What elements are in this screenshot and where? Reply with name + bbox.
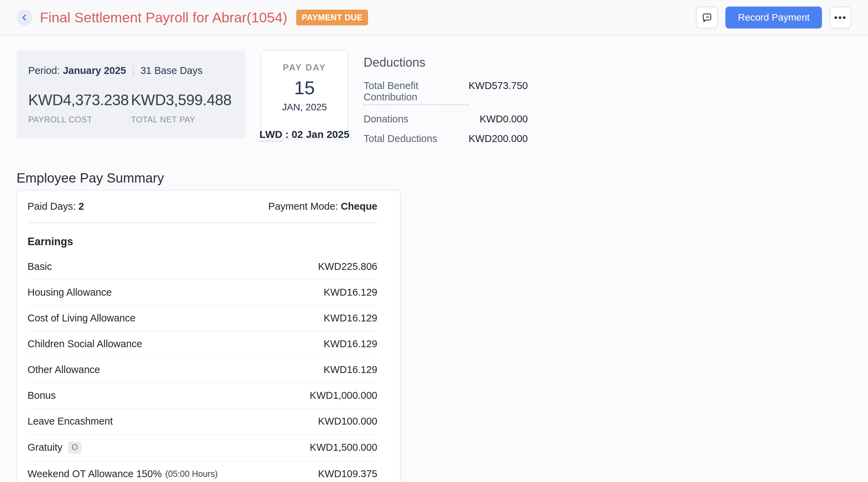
earning-row: Children Social Allowance KWD16.129 bbox=[27, 331, 377, 357]
comment-bubble-icon bbox=[701, 12, 712, 23]
period-label: Period: bbox=[28, 65, 60, 76]
payment-mode-value: Cheque bbox=[341, 201, 377, 212]
status-badge: PAYMENT DUE bbox=[296, 10, 368, 25]
earning-label-group: Housing Allowance bbox=[27, 287, 112, 298]
earning-value: KWD109.375 bbox=[318, 468, 378, 480]
earning-row: Housing Allowance KWD16.129 bbox=[27, 280, 377, 306]
divider bbox=[27, 222, 377, 223]
earning-row: Basic KWD225.806 bbox=[27, 254, 377, 280]
earning-value: KWD16.129 bbox=[324, 364, 377, 375]
stat-label: PAYROLL COST bbox=[28, 115, 131, 124]
stat-label: TOTAL NET PAY bbox=[131, 115, 234, 124]
earning-label: Leave Encashment bbox=[27, 416, 113, 427]
deductions-rows: Total Benefit Contribution KWD573.750 Do… bbox=[364, 80, 528, 144]
deduction-label[interactable]: Total Benefit Contribution bbox=[364, 80, 469, 105]
payday-label: PAY DAY bbox=[283, 62, 326, 73]
payment-mode-label: Payment Mode: bbox=[268, 201, 338, 212]
earning-value: KWD225.806 bbox=[318, 261, 378, 272]
earning-label-group: Children Social Allowance bbox=[27, 338, 142, 350]
earning-label: Gratuity bbox=[27, 442, 63, 453]
earning-label: Other Allowance bbox=[27, 364, 100, 375]
header-actions: Record Payment ••• bbox=[696, 7, 852, 29]
earning-value: KWD100.000 bbox=[318, 416, 378, 427]
payday-card: PAY DAY 15 JAN, 2025 LWD : 02 Jan 2025 bbox=[261, 50, 348, 139]
page-title: Final Settlement Payroll for Abrar(1054) bbox=[40, 10, 287, 26]
deduction-label: Donations bbox=[364, 113, 409, 125]
deduction-row: Total Deductions KWD200.000 bbox=[364, 133, 528, 144]
deduction-row: Donations KWD0.000 bbox=[364, 113, 528, 125]
paid-days: Paid Days:2 bbox=[27, 201, 84, 212]
one-time-badge: O bbox=[68, 441, 82, 454]
period-card: Period: January 2025 31 Base Days KWD4,3… bbox=[16, 51, 245, 139]
period-value: January 2025 bbox=[63, 65, 126, 76]
section-title: Employee Pay Summary bbox=[16, 171, 852, 186]
earnings-title: Earnings bbox=[27, 235, 377, 248]
deduction-value: KWD0.000 bbox=[480, 113, 528, 125]
payday-month-year: JAN, 2025 bbox=[282, 102, 327, 113]
paid-days-label: Paid Days: bbox=[27, 201, 76, 212]
stat-value: KWD3,599.488 bbox=[131, 91, 234, 109]
overview-section: Period: January 2025 31 Base Days KWD4,3… bbox=[0, 36, 868, 153]
earning-label: Cost of Living Allowance bbox=[27, 313, 135, 324]
vertical-divider bbox=[133, 65, 134, 76]
earning-label: Basic bbox=[27, 261, 52, 272]
payroll-stats: KWD4,373.238 PAYROLL COST KWD3,599.488 T… bbox=[28, 91, 234, 124]
earning-note: (05:00 Hours) bbox=[165, 469, 218, 479]
earning-label: Housing Allowance bbox=[27, 287, 112, 298]
earning-label: Children Social Allowance bbox=[27, 338, 142, 350]
earning-value: KWD16.129 bbox=[324, 313, 377, 324]
earning-row: Other Allowance KWD16.129 bbox=[27, 357, 377, 383]
earning-row: Gratuity O KWD1,500.000 bbox=[27, 435, 377, 461]
pay-summary-meta: Paid Days:2 Payment Mode:Cheque bbox=[27, 201, 377, 212]
earning-row: Weekend OT Allowance 150% (05:00 Hours) … bbox=[27, 461, 377, 482]
earning-label-group: Weekend OT Allowance 150% (05:00 Hours) bbox=[27, 468, 218, 480]
earnings-list: Basic KWD225.806 Housing Allowance KWD16… bbox=[27, 254, 377, 482]
comments-button[interactable] bbox=[696, 7, 718, 29]
lwd-label[interactable]: LWD bbox=[259, 129, 282, 142]
earning-label-group: Basic bbox=[27, 261, 52, 272]
earning-label-group: Cost of Living Allowance bbox=[27, 313, 135, 324]
earning-value: KWD1,500.000 bbox=[310, 442, 377, 453]
deduction-value: KWD573.750 bbox=[469, 80, 528, 91]
earning-label: Weekend OT Allowance 150% bbox=[27, 468, 162, 480]
earning-value: KWD16.129 bbox=[324, 287, 377, 298]
earning-row: Cost of Living Allowance KWD16.129 bbox=[27, 306, 377, 331]
back-button[interactable] bbox=[16, 10, 32, 25]
deductions-title: Deductions bbox=[364, 55, 528, 70]
deduction-value: KWD200.000 bbox=[469, 133, 528, 144]
earning-label-group: Leave Encashment bbox=[27, 416, 113, 427]
deduction-label: Total Deductions bbox=[364, 133, 437, 144]
ellipsis-icon: ••• bbox=[834, 13, 847, 22]
stat-value: KWD4,373.238 bbox=[28, 91, 131, 109]
pay-summary-card: Paid Days:2 Payment Mode:Cheque Earnings… bbox=[16, 190, 401, 482]
earning-value: KWD1,000.000 bbox=[310, 390, 377, 401]
earning-label-group: Gratuity O bbox=[27, 441, 81, 454]
page-header: Final Settlement Payroll for Abrar(1054)… bbox=[0, 0, 868, 36]
chevron-left-icon bbox=[20, 13, 29, 22]
period-line: Period: January 2025 31 Base Days bbox=[28, 65, 234, 76]
record-payment-button[interactable]: Record Payment bbox=[725, 7, 822, 29]
lwd-value: : 02 Jan 2025 bbox=[285, 129, 349, 140]
earning-row: Bonus KWD1,000.000 bbox=[27, 383, 377, 409]
employee-pay-summary-section: Employee Pay Summary Paid Days:2 Payment… bbox=[0, 171, 868, 482]
payday-day: 15 bbox=[294, 77, 315, 98]
deductions-panel: Deductions Total Benefit Contribution KW… bbox=[364, 51, 528, 153]
deduction-row: Total Benefit Contribution KWD573.750 bbox=[364, 80, 528, 105]
earning-label-group: Other Allowance bbox=[27, 364, 100, 375]
paid-days-value: 2 bbox=[78, 201, 84, 212]
stat-block: KWD4,373.238 PAYROLL COST bbox=[28, 91, 131, 124]
earning-label: Bonus bbox=[27, 390, 56, 401]
base-days: 31 Base Days bbox=[141, 65, 203, 76]
earning-value: KWD16.129 bbox=[324, 338, 377, 350]
last-working-day: LWD : 02 Jan 2025 bbox=[259, 129, 349, 140]
payment-mode: Payment Mode:Cheque bbox=[268, 201, 377, 212]
more-options-button[interactable]: ••• bbox=[830, 7, 852, 29]
stat-block: KWD3,599.488 TOTAL NET PAY bbox=[131, 91, 234, 124]
earning-label-group: Bonus bbox=[27, 390, 56, 401]
earning-row: Leave Encashment KWD100.000 bbox=[27, 409, 377, 435]
